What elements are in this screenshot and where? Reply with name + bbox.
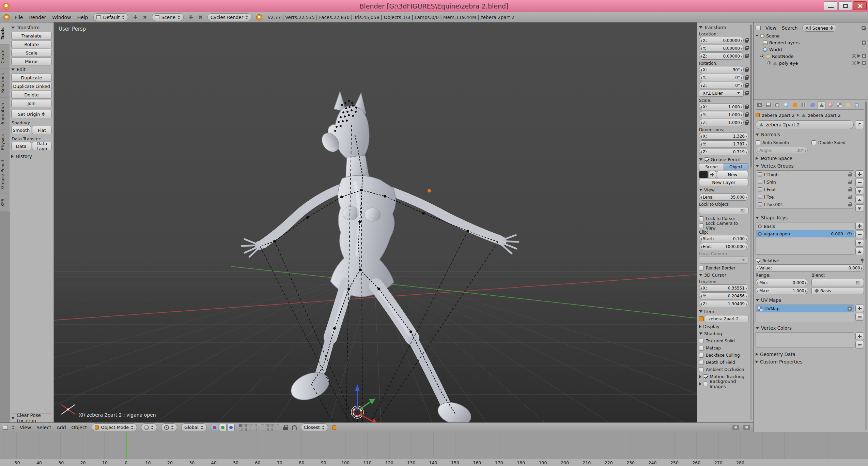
- close-button[interactable]: [853, 1, 867, 10]
- set-origin-button[interactable]: Set Origin: [11, 110, 52, 118]
- vertex-groups-panel-header[interactable]: Vertex Groups: [756, 162, 864, 170]
- toolshelf-tab[interactable]: XPS: [0, 194, 10, 212]
- visibility-toggle-icon[interactable]: [852, 61, 856, 65]
- checkbox[interactable]: [699, 346, 704, 351]
- tab-physics[interactable]: [853, 102, 861, 109]
- toolshelf-tab[interactable]: Relations: [0, 68, 10, 98]
- blend-basis-dropdown[interactable]: Basis: [811, 287, 864, 294]
- vertex-colors-panel-header[interactable]: Vertex Colors: [756, 324, 864, 332]
- orientation-dropdown[interactable]: Global: [181, 423, 206, 431]
- uv-map-row[interactable]: UVMap: [756, 305, 854, 312]
- checkbox[interactable]: [699, 367, 704, 372]
- remove-vertex-color-button[interactable]: [855, 341, 864, 348]
- breadcrumb-data[interactable]: zebera 2part 2: [808, 113, 841, 118]
- checkbox[interactable]: [699, 216, 704, 221]
- shape-keys-panel-header[interactable]: Shape Keys: [756, 214, 864, 221]
- range-min-field[interactable]: Min:0.000: [756, 279, 808, 286]
- lock-icon[interactable]: [848, 202, 852, 206]
- render-engine-selector[interactable]: Cycles Render: [207, 13, 251, 21]
- double-sided-option[interactable]: Double Sided: [811, 139, 864, 146]
- remove-shape-key-button[interactable]: [855, 231, 864, 238]
- breadcrumb-object[interactable]: zebera 2part 2: [762, 113, 795, 118]
- tab-texture[interactable]: [835, 102, 843, 109]
- minimize-button[interactable]: [824, 1, 837, 10]
- edit-tool-button[interactable]: Duplicate Linked: [11, 82, 52, 90]
- blend-group-field[interactable]: [811, 279, 864, 286]
- screen-layout-selector[interactable]: Default: [93, 13, 128, 21]
- uv-maps-panel-header[interactable]: UV Maps: [756, 296, 864, 304]
- lock-to-scene-icon[interactable]: [283, 425, 288, 430]
- auto-smooth-option[interactable]: Auto Smooth: [756, 139, 808, 146]
- location-x-field[interactable]: X:0.00000: [699, 37, 744, 44]
- remove-uv-map-button[interactable]: [855, 313, 864, 321]
- cursor-y-field[interactable]: Y:0.20456: [699, 292, 748, 299]
- tab-constraints[interactable]: [800, 102, 808, 109]
- location-z-field[interactable]: Z:0.00000: [699, 52, 744, 60]
- add-shape-key-button[interactable]: [855, 222, 864, 230]
- lock-icon[interactable]: [745, 75, 748, 80]
- shape-key-specials-button[interactable]: [855, 239, 864, 247]
- pivot-point-dropdown[interactable]: [161, 423, 177, 431]
- scale-x-field[interactable]: X:1.000: [699, 103, 744, 110]
- tab-modifiers[interactable]: [809, 102, 817, 109]
- texture-space-panel-header[interactable]: Texture Space: [756, 155, 864, 162]
- tab-object[interactable]: [791, 102, 799, 109]
- add-uv-map-button[interactable]: [855, 305, 864, 312]
- expand-plus-icon[interactable]: [760, 55, 764, 58]
- pin-icon[interactable]: [861, 259, 864, 263]
- outliner-row-renderlayers[interactable]: RenderLayers: [756, 39, 866, 46]
- lock-icon[interactable]: [745, 83, 748, 88]
- timeline-strip[interactable]: [0, 432, 868, 459]
- scale-manipulator-button[interactable]: [227, 424, 235, 431]
- menu-window[interactable]: Window: [51, 15, 72, 20]
- timeline-ruler[interactable]: -50-40-30-20-100102030405060708090100110…: [0, 459, 868, 466]
- scale-y-field[interactable]: Y:1.000: [699, 111, 744, 118]
- transform-tool-button[interactable]: Rotate: [11, 40, 52, 48]
- location-y-field[interactable]: Y:0.00000: [699, 45, 744, 52]
- gp-add-color-button[interactable]: [709, 171, 716, 178]
- outliner-display-dropdown[interactable]: All Scenes: [802, 24, 836, 32]
- viewport-menu-select[interactable]: Select: [36, 425, 52, 430]
- custom-properties-panel-header[interactable]: Custom Properties: [756, 358, 864, 366]
- tab-scene[interactable]: [773, 102, 781, 109]
- checkbox[interactable]: [699, 360, 704, 365]
- remove-group-button[interactable]: [855, 179, 864, 186]
- maximize-button[interactable]: [838, 1, 852, 10]
- motion-tracking-checkbox[interactable]: [703, 374, 708, 379]
- relative-option[interactable]: Relative: [756, 257, 864, 264]
- lock-icon[interactable]: [848, 187, 852, 191]
- render-border-option[interactable]: Render Border: [699, 264, 748, 271]
- checkbox[interactable]: [756, 140, 760, 145]
- transform-tool-button[interactable]: Translate: [11, 32, 52, 40]
- menu-file[interactable]: File: [14, 15, 24, 20]
- history-panel-header[interactable]: History: [11, 153, 52, 160]
- transform-panel-header[interactable]: Transform: [11, 24, 52, 31]
- lens-field[interactable]: Lens:35.000: [699, 193, 748, 201]
- npanel-background-images-header[interactable]: Background Images: [699, 380, 748, 387]
- delete-layout-button[interactable]: [143, 15, 147, 19]
- outliner-row-world[interactable]: World: [756, 46, 866, 53]
- gp-scene-button[interactable]: Scene: [699, 163, 724, 170]
- tab-render-layers[interactable]: [764, 102, 772, 109]
- opengl-render-button[interactable]: [732, 425, 739, 430]
- gp-new-layer-button[interactable]: New Layer: [699, 179, 748, 186]
- menu-render[interactable]: Render: [28, 15, 47, 20]
- visibility-toggle-icon[interactable]: [852, 54, 856, 58]
- viewport-menu-object[interactable]: Object: [71, 425, 88, 430]
- vertex-group-row[interactable]: l Toe: [756, 193, 854, 201]
- viewport-shading-dropdown[interactable]: [141, 423, 157, 431]
- rotation-y-field[interactable]: Y:-0°: [699, 74, 744, 81]
- outliner-row-rootnode[interactable]: RootNode: [756, 53, 866, 60]
- toolshelf-tab[interactable]: Animation: [0, 98, 10, 130]
- gp-color-swatch[interactable]: [699, 171, 708, 178]
- outliner-menu-search[interactable]: Search: [781, 25, 798, 31]
- checkbox[interactable]: [699, 223, 704, 228]
- edit-panel-header[interactable]: Edit: [11, 66, 52, 73]
- manipulator-z-arrow[interactable]: [355, 384, 360, 391]
- scene-selector[interactable]: Scene: [152, 13, 184, 21]
- add-layout-button[interactable]: [133, 15, 138, 20]
- toolshelf-tab[interactable]: Tools: [0, 22, 10, 45]
- viewport-menu-add[interactable]: Add: [56, 425, 66, 430]
- transform-tool-button[interactable]: Mirror: [11, 57, 52, 65]
- vertex-group-row[interactable]: l Foot: [756, 186, 854, 193]
